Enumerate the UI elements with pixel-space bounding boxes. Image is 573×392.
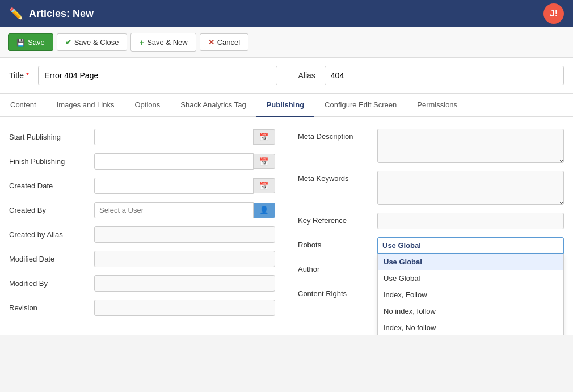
content-rights-label: Content Rights [298,286,372,298]
meta-keywords-group: Meta Keywords [298,171,564,205]
tab-configure-edit[interactable]: Configure Edit Screen [314,94,407,117]
meta-keywords-label: Meta Keywords [298,171,372,183]
revision-group: Revision [9,300,275,316]
author-label: Author [298,262,372,273]
revision-input[interactable] [94,300,275,316]
modified-by-group: Modified By [9,275,275,292]
robots-dropdown-container: Use Global Use Global Use Global Index, … [377,237,564,254]
meta-description-input[interactable] [377,129,564,163]
finish-publishing-calendar-btn[interactable]: 📅 [254,154,275,169]
left-column: Start Publishing 📅 Finish Publishing 📅 C… [9,129,292,324]
created-by-alias-input[interactable] [94,226,275,243]
finish-publishing-input-group: 📅 [94,153,275,170]
robots-option-use-global[interactable]: Use Global [378,270,563,286]
alias-input[interactable] [325,66,564,85]
robots-option-index-follow[interactable]: Index, Follow [378,286,563,303]
tab-options[interactable]: Options [124,94,170,117]
created-by-group: Created By 👤 [9,202,275,218]
robots-option-index-no-follow[interactable]: Index, No follow [378,319,563,335]
start-publishing-calendar-btn[interactable]: 📅 [254,129,275,145]
created-by-label: Created By [9,206,89,214]
main-content: Start Publishing 📅 Finish Publishing 📅 C… [0,117,573,335]
finish-publishing-label: Finish Publishing [9,157,89,166]
modified-date-input[interactable] [94,251,275,267]
tab-shack-analytics[interactable]: Shack Analytics Tag [170,94,256,117]
modified-by-label: Modified By [9,279,89,288]
x-icon: ✕ [208,38,214,47]
tab-content[interactable]: Content [0,94,47,117]
created-by-user-btn[interactable]: 👤 [254,203,275,218]
modified-date-group: Modified Date [9,251,275,267]
created-date-calendar-btn[interactable]: 📅 [254,178,275,193]
key-reference-input[interactable] [377,213,564,229]
edit-icon: ✏️ [9,7,23,20]
tab-permissions[interactable]: Permissions [407,94,467,117]
check-icon: ✔ [65,38,71,47]
tab-publishing[interactable]: Publishing [256,94,314,117]
finish-publishing-group: Finish Publishing 📅 [9,153,275,170]
tabs-nav: Content Images and Links Options Shack A… [0,94,573,117]
title-label: Title * [9,71,29,80]
created-date-input[interactable] [94,178,254,194]
created-by-alias-group: Created by Alias [9,226,275,243]
alias-label: Alias [298,71,315,80]
meta-keywords-input[interactable] [377,171,564,205]
save-icon: 💾 [16,39,25,47]
key-reference-group: Key Reference [298,213,564,229]
toolbar: 💾 Save ✔ Save & Close + Save & New ✕ Can… [0,27,573,58]
robots-selected[interactable]: Use Global [377,237,564,254]
save-button[interactable]: 💾 Save [8,33,53,51]
tab-images-links[interactable]: Images and Links [47,94,125,117]
modified-by-input[interactable] [94,275,275,292]
title-area: Title * Alias [0,58,573,94]
start-publishing-input-group: 📅 [94,129,275,145]
cancel-button[interactable]: ✕ Cancel [200,33,248,51]
required-marker: * [26,71,29,80]
meta-description-label: Meta Description [298,129,372,141]
save-close-button[interactable]: ✔ Save & Close [57,33,128,51]
title-input[interactable] [38,66,277,85]
robots-label: Robots [298,237,372,249]
robots-options: Use Global Use Global Index, Follow No i… [377,254,564,335]
app-title: Articles: New [29,8,94,20]
finish-publishing-input[interactable] [94,153,254,170]
joomla-logo: J! [543,3,564,24]
start-publishing-label: Start Publishing [9,133,89,141]
right-column: Meta Description Meta Keywords Key Refer… [292,129,564,324]
key-reference-label: Key Reference [298,213,372,225]
modified-date-label: Modified Date [9,255,89,263]
robots-option-use-global-header[interactable]: Use Global [378,254,563,270]
created-by-input[interactable] [94,202,254,218]
created-date-label: Created Date [9,182,89,190]
created-date-input-group: 📅 [94,178,275,194]
start-publishing-group: Start Publishing 📅 [9,129,275,145]
start-publishing-input[interactable] [94,129,254,145]
created-date-group: Created Date 📅 [9,178,275,194]
header-left: ✏️ Articles: New [9,7,94,20]
created-by-alias-label: Created by Alias [9,230,89,239]
app-header: ✏️ Articles: New J! [0,0,573,27]
created-by-input-group: 👤 [94,202,275,218]
meta-description-group: Meta Description [298,129,564,163]
robots-option-no-index-follow[interactable]: No index, follow [378,303,563,319]
revision-label: Revision [9,304,89,312]
robots-group: Robots Use Global Use Global Use Global … [298,237,564,254]
plus-icon: + [139,37,144,47]
save-new-button[interactable]: + Save & New [130,33,196,52]
